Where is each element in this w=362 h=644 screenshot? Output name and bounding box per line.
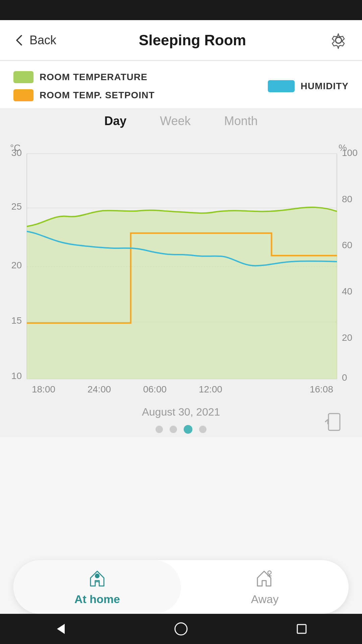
svg-text:12:00: 12:00 — [199, 384, 222, 394]
svg-text:40: 40 — [342, 286, 352, 297]
svg-text:°C: °C — [10, 143, 20, 153]
svg-text:25: 25 — [11, 201, 22, 212]
room-temp-swatch — [13, 71, 34, 83]
recents-system-button[interactable] — [292, 619, 312, 639]
svg-marker-33 — [57, 624, 65, 634]
header: Back Sleeping Room — [0, 20, 362, 60]
back-icon — [13, 34, 25, 46]
system-bar — [0, 614, 362, 644]
back-label: Back — [29, 33, 56, 47]
back-button[interactable]: Back — [13, 33, 56, 47]
home-system-icon — [173, 621, 189, 637]
nav-away[interactable]: Away — [181, 560, 349, 614]
swap-button[interactable] — [322, 410, 345, 434]
back-system-button[interactable] — [50, 619, 70, 639]
bottom-nav: At home Away — [13, 560, 349, 614]
svg-text:24:00: 24:00 — [87, 384, 111, 394]
swap-icon — [322, 410, 345, 434]
chart-area: 30 25 20 15 10 °C 100 80 60 40 20 0 % — [0, 138, 362, 399]
svg-text:%: % — [339, 143, 347, 153]
legend-left: ROOM TEMPERATURE ROOM TEMP. SETPOINT — [13, 71, 268, 101]
recents-system-icon — [293, 621, 310, 637]
pagination-dots — [156, 425, 206, 434]
room-temp-label: ROOM TEMPERATURE — [40, 72, 147, 83]
time-tabs: Day Week Month — [0, 108, 362, 138]
svg-point-29 — [95, 574, 100, 578]
at-home-icon — [87, 569, 107, 589]
svg-text:60: 60 — [342, 240, 352, 250]
svg-rect-35 — [297, 625, 306, 633]
away-icon — [255, 569, 275, 589]
tab-week[interactable]: Week — [153, 111, 197, 131]
page-title: Sleeping Room — [139, 32, 246, 49]
setpoint-swatch — [13, 89, 34, 101]
nav-at-home[interactable]: At home — [13, 560, 181, 614]
tab-month[interactable]: Month — [218, 111, 264, 131]
legend-right: HUMIDITY — [268, 80, 349, 92]
settings-button[interactable] — [328, 30, 349, 50]
status-bar — [0, 0, 362, 20]
dot-4[interactable] — [199, 426, 206, 433]
svg-text:80: 80 — [342, 194, 352, 204]
svg-text:16:08: 16:08 — [310, 384, 333, 394]
tab-day[interactable]: Day — [98, 111, 133, 131]
svg-rect-28 — [328, 414, 340, 430]
svg-point-34 — [175, 623, 187, 635]
svg-text:0: 0 — [342, 372, 347, 383]
gear-icon — [329, 31, 348, 50]
temperature-chart: 30 25 20 15 10 °C 100 80 60 40 20 0 % — [0, 138, 362, 399]
svg-text:18:00: 18:00 — [32, 384, 55, 394]
svg-point-30 — [268, 571, 271, 574]
dot-1[interactable] — [156, 426, 163, 433]
dot-2[interactable] — [170, 426, 177, 433]
humidity-label: HUMIDITY — [301, 81, 349, 92]
legend-room-temp: ROOM TEMPERATURE — [13, 71, 268, 83]
home-system-button[interactable] — [171, 619, 191, 639]
svg-text:10: 10 — [11, 371, 22, 381]
legend: ROOM TEMPERATURE ROOM TEMP. SETPOINT HUM… — [0, 61, 362, 108]
svg-text:15: 15 — [11, 315, 22, 326]
svg-text:20: 20 — [342, 332, 352, 343]
svg-text:06:00: 06:00 — [143, 384, 167, 394]
legend-setpoint: ROOM TEMP. SETPOINT — [13, 89, 268, 101]
at-home-label: At home — [74, 593, 120, 606]
date-section: August 30, 2021 — [0, 399, 362, 437]
date-label: August 30, 2021 — [142, 406, 220, 418]
setpoint-label: ROOM TEMP. SETPOINT — [40, 90, 155, 101]
back-system-icon — [52, 621, 69, 637]
svg-text:20: 20 — [11, 260, 22, 270]
dot-3[interactable] — [184, 425, 192, 434]
away-label: Away — [251, 593, 279, 606]
humidity-swatch — [268, 80, 295, 92]
svg-point-0 — [336, 37, 342, 43]
